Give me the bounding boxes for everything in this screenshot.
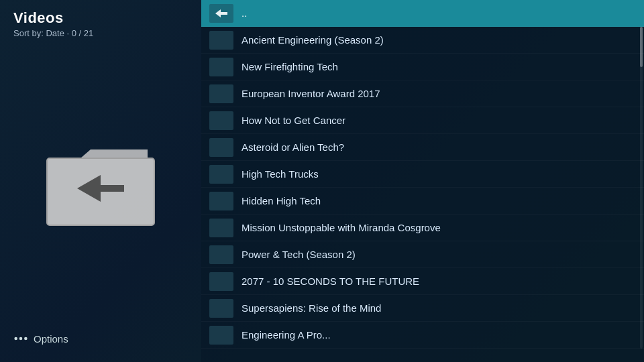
thumb-european-inventor — [209, 84, 233, 103]
label-hidden-high-tech: Hidden High Tech — [241, 195, 321, 206]
video-list: Ancient Engineering (Season 2)New Firefi… — [201, 27, 644, 349]
thumb-high-tech-trucks — [209, 165, 233, 184]
label-high-tech-trucks: High Tech Trucks — [241, 168, 319, 180]
label-how-not-cancer: How Not to Get Cancer — [241, 115, 345, 126]
scrollbar-thumb — [640, 27, 643, 67]
thumb-ancient-engineering — [209, 31, 233, 50]
list-item-asteroid-alien[interactable]: Asteroid or Alien Tech? — [201, 134, 644, 161]
list-item-hidden-high-tech[interactable]: Hidden High Tech — [201, 188, 644, 215]
back-label: .. — [241, 7, 247, 19]
svg-point-4 — [14, 337, 17, 341]
svg-point-3 — [19, 337, 23, 341]
header-section: Videos Sort by: Date · 0 / 21 — [13, 9, 188, 38]
label-engineering-pro: Engineering A Pro... — [241, 329, 331, 341]
folder-icon — [40, 135, 161, 235]
label-mission-unstoppable: Mission Unstoppable with Miranda Cosgrov… — [241, 222, 441, 233]
label-european-inventor: European Inventor Award 2017 — [241, 88, 380, 99]
thumb-how-not-cancer — [209, 111, 233, 130]
folder-icon-wrapper — [13, 38, 188, 331]
right-panel: .. Ancient Engineering (Season 2)New Fir… — [201, 0, 644, 362]
list-item-high-tech-trucks[interactable]: High Tech Trucks — [201, 161, 644, 188]
list-item-mission-unstoppable[interactable]: Mission Unstoppable with Miranda Cosgrov… — [201, 215, 644, 241]
list-item-supersapiens[interactable]: Supersapiens: Rise of the Mind — [201, 295, 644, 322]
back-item[interactable]: .. — [201, 0, 644, 27]
scrollbar[interactable] — [640, 27, 643, 349]
label-new-firefighting: New Firefighting Tech — [241, 61, 338, 72]
label-asteroid-alien: Asteroid or Alien Tech? — [241, 141, 344, 153]
left-panel: Videos Sort by: Date · 0 / 21 — [0, 0, 201, 362]
label-ancient-engineering: Ancient Engineering (Season 2) — [241, 34, 384, 46]
item-count: 0 / 21 — [72, 28, 94, 38]
sort-info: Sort by: Date · 0 / 21 — [13, 28, 188, 38]
thumb-engineering-pro — [209, 326, 233, 345]
list-item-how-not-cancer[interactable]: How Not to Get Cancer — [201, 107, 644, 134]
options-bar[interactable]: Options — [13, 331, 68, 353]
back-icon — [209, 4, 233, 23]
thumb-power-tech-s2 — [209, 245, 233, 264]
list-item-engineering-pro[interactable]: Engineering A Pro... — [201, 322, 644, 349]
options-icon — [13, 331, 28, 346]
thumb-hidden-high-tech — [209, 192, 233, 210]
options-label: Options — [34, 333, 68, 345]
thumb-supersapiens — [209, 299, 233, 318]
list-item-new-firefighting[interactable]: New Firefighting Tech — [201, 54, 644, 80]
label-2077-future: 2077 - 10 SECONDS TO THE FUTURE — [241, 276, 419, 287]
separator: · — [67, 28, 72, 38]
thumb-2077-future — [209, 272, 233, 291]
sort-label: Sort by: Date — [13, 28, 64, 38]
svg-point-5 — [24, 337, 28, 341]
thumb-new-firefighting — [209, 58, 233, 76]
list-item-european-inventor[interactable]: European Inventor Award 2017 — [201, 80, 644, 107]
list-item-power-tech-s2[interactable]: Power & Tech (Season 2) — [201, 241, 644, 268]
list-item-2077-future[interactable]: 2077 - 10 SECONDS TO THE FUTURE — [201, 268, 644, 295]
label-supersapiens: Supersapiens: Rise of the Mind — [241, 302, 381, 314]
thumb-mission-unstoppable — [209, 219, 233, 237]
label-power-tech-s2: Power & Tech (Season 2) — [241, 249, 356, 260]
svg-marker-6 — [215, 9, 227, 17]
thumb-asteroid-alien — [209, 138, 233, 157]
list-item-ancient-engineering[interactable]: Ancient Engineering (Season 2) — [201, 27, 644, 54]
folder-svg — [40, 135, 161, 235]
page-title: Videos — [13, 9, 188, 27]
